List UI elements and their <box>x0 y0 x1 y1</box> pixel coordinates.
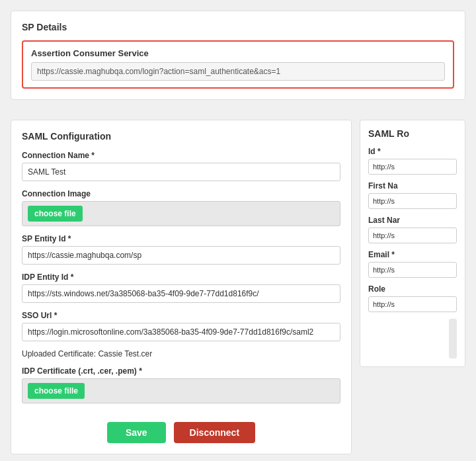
sp-entity-id-label: SP Entity Id * <box>22 234 340 243</box>
connection-name-group: Connection Name * <box>22 151 340 181</box>
idp-entity-id-group: IDP Entity Id * <box>22 272 340 303</box>
acs-label: Assertion Consumer Service <box>31 48 445 58</box>
saml-right-section: SAML Ro Id * First Na Last Nar Email * <box>360 120 465 367</box>
saml-config-title: SAML Configuration <box>22 131 340 142</box>
sp-details-section: SP Details Assertion Consumer Service ht… <box>11 11 465 100</box>
sp-entity-id-input[interactable] <box>22 246 340 265</box>
right-first-name-group: First Na <box>368 181 457 209</box>
right-last-name-group: Last Nar <box>368 216 457 243</box>
right-first-name-label: First Na <box>368 181 457 190</box>
scrollbar[interactable] <box>449 319 457 358</box>
right-email-input[interactable] <box>368 262 457 278</box>
right-id-group: Id * <box>368 147 457 175</box>
save-button[interactable]: Save <box>107 422 166 443</box>
right-role-group: Role <box>368 284 457 312</box>
idp-cert-group: IDP Certificate (.crt, .cer, .pem) * cho… <box>22 366 340 403</box>
idp-cert-choose-file-button[interactable]: choose fille <box>28 383 85 399</box>
connection-name-input[interactable] <box>22 163 340 181</box>
saml-config-section: SAML Configuration Connection Name * Con… <box>11 120 352 454</box>
right-id-label: Id * <box>368 147 457 156</box>
uploaded-cert-group: Uploaded Certificate: Cassie Test.cer <box>22 349 340 358</box>
idp-entity-id-input[interactable] <box>22 284 340 303</box>
sso-url-input[interactable] <box>22 323 340 341</box>
right-panel: SAML Ro Id * First Na Last Nar Email * <box>360 120 465 367</box>
right-email-label: Email * <box>368 250 457 259</box>
sp-entity-id-group: SP Entity Id * <box>22 234 340 265</box>
idp-cert-label: IDP Certificate (.crt, .cer, .pem) * <box>22 366 340 376</box>
right-role-label: Role <box>368 284 457 294</box>
right-email-group: Email * <box>368 250 457 278</box>
saml-right-title: SAML Ro <box>368 128 457 139</box>
action-buttons: Save Disconnect <box>22 414 340 443</box>
uploaded-cert-text: Uploaded Certificate: Cassie Test.cer <box>22 349 340 358</box>
acs-box: Assertion Consumer Service https://cassi… <box>22 40 454 89</box>
sso-url-label: SSO Url * <box>22 311 340 320</box>
right-last-name-input[interactable] <box>368 228 457 243</box>
sp-details-title: SP Details <box>22 22 454 32</box>
connection-image-group: Connection Image choose file <box>22 189 340 226</box>
connection-image-label: Connection Image <box>22 189 340 198</box>
connection-image-choose-file-button[interactable]: choose file <box>28 206 83 222</box>
connection-name-label: Connection Name * <box>22 151 340 160</box>
connection-image-upload-area: choose file <box>22 201 340 226</box>
right-first-name-input[interactable] <box>368 193 457 209</box>
right-last-name-label: Last Nar <box>368 216 457 225</box>
left-panel: SAML Configuration Connection Name * Con… <box>11 120 352 454</box>
right-id-input[interactable] <box>368 159 457 175</box>
idp-cert-upload-area: choose fille <box>22 378 340 403</box>
sso-url-group: SSO Url * <box>22 311 340 341</box>
idp-entity-id-label: IDP Entity Id * <box>22 272 340 282</box>
disconnect-button[interactable]: Disconnect <box>174 422 255 443</box>
right-role-input[interactable] <box>368 296 457 312</box>
acs-value: https://cassie.maghubqa.com/login?action… <box>31 62 445 81</box>
